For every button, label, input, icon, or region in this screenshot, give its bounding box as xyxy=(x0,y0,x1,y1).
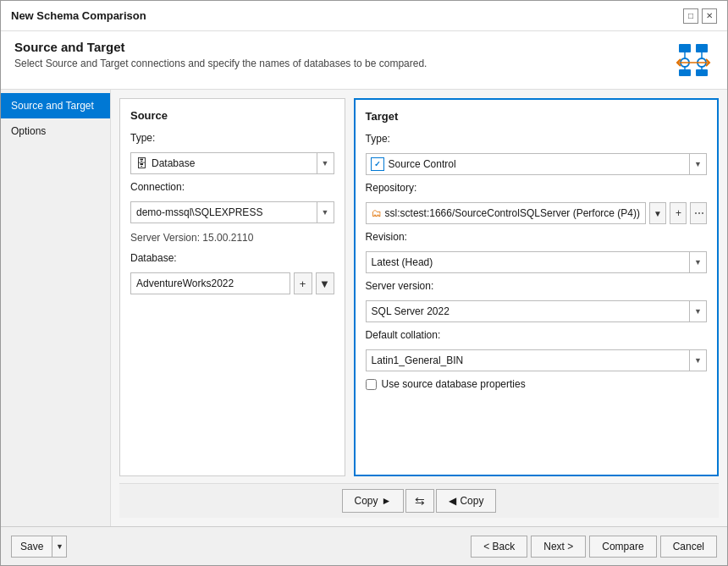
save-button-group: Save ▼ xyxy=(11,536,67,558)
source-database-dropdown-button[interactable]: ▼ xyxy=(316,272,334,294)
target-server-version-value: SQL Server 2022 xyxy=(367,305,689,317)
use-source-db-label[interactable]: Use source database properties xyxy=(382,378,526,390)
source-connection-dropdown-arrow: ▼ xyxy=(317,202,334,223)
main-content: Source and Target Options Source Type: 🗄… xyxy=(1,90,727,526)
save-button[interactable]: Save xyxy=(11,536,52,558)
source-panel-title: Source xyxy=(130,109,334,122)
target-revision-label: Revision: xyxy=(366,231,707,243)
svg-rect-0 xyxy=(679,44,691,52)
header-title: Source and Target xyxy=(14,40,673,54)
source-type-label: Type: xyxy=(130,132,334,144)
source-database-row: + ▼ xyxy=(130,272,334,294)
source-server-version: Server Version: 15.00.2110 xyxy=(130,230,334,245)
target-panel-title: Target xyxy=(366,110,707,123)
target-revision-dropdown-arrow: ▼ xyxy=(689,252,706,272)
target-server-version-label: Server version: xyxy=(366,280,707,292)
copy-right-button[interactable]: ◀ Copy xyxy=(436,489,496,513)
source-panel: Source Type: 🗄 Database ▼ Connection: de… xyxy=(119,98,345,476)
next-button[interactable]: Next > xyxy=(531,536,586,558)
footer: Save ▼ < Back Next > Compare Cancel xyxy=(1,526,727,565)
svg-rect-1 xyxy=(696,44,708,52)
target-revision-value: Latest (Head) xyxy=(367,256,689,268)
source-type-value: Database xyxy=(152,157,317,169)
copy-left-button[interactable]: Copy ► xyxy=(342,489,405,513)
target-repository-row: 🗂 ssl:sctest:1666/SourceControlSQLServer… xyxy=(366,202,707,224)
panels-row: Source Type: 🗄 Database ▼ Connection: de… xyxy=(119,98,719,476)
copy-left-arrow-icon: ► xyxy=(382,495,392,507)
source-connection-select[interactable]: demo-mssql\SQLEXPRESS ▼ xyxy=(130,201,334,223)
target-server-version-dropdown-arrow: ▼ xyxy=(689,301,706,321)
target-type-label: Type: xyxy=(366,133,707,145)
source-database-input[interactable] xyxy=(130,272,290,294)
cancel-button[interactable]: Cancel xyxy=(660,536,717,558)
target-type-value: Source Control xyxy=(389,158,689,170)
swap-button[interactable]: ⇆ xyxy=(405,489,434,513)
copy-right-group: ◀ Copy xyxy=(436,489,496,513)
minimize-button[interactable]: □ xyxy=(683,8,698,24)
header-text-block: Source and Target Select Source and Targ… xyxy=(14,40,673,69)
sidebar-item-options[interactable]: Options xyxy=(1,118,110,144)
source-type-select[interactable]: 🗄 Database ▼ xyxy=(130,152,334,174)
header-description: Select Source and Target connections and… xyxy=(14,58,673,69)
target-repository-dropdown-button[interactable]: ▼ xyxy=(649,202,666,224)
target-collation-label: Default collation: xyxy=(366,329,707,341)
copy-bar: Copy ► ⇆ ◀ Copy xyxy=(119,483,719,518)
target-type-select[interactable]: ✓ Source Control ▼ xyxy=(366,153,707,175)
source-database-label: Database: xyxy=(130,252,334,264)
svg-rect-5 xyxy=(696,69,708,76)
save-dropdown-button[interactable]: ▼ xyxy=(52,536,67,558)
target-checkbox-row: Use source database properties xyxy=(366,378,707,390)
source-connection-label: Connection: xyxy=(130,181,334,193)
target-repository-add-button[interactable]: + xyxy=(670,202,687,224)
source-database-add-button[interactable]: + xyxy=(294,272,312,294)
sidebar: Source and Target Options xyxy=(1,90,111,526)
compare-button[interactable]: Compare xyxy=(589,536,656,558)
target-collation-value: Latin1_General_BIN xyxy=(367,354,689,366)
target-collation-select[interactable]: Latin1_General_BIN ▼ xyxy=(366,349,707,371)
target-collation-dropdown-arrow: ▼ xyxy=(689,350,706,371)
source-control-icon: ✓ xyxy=(371,157,384,171)
footer-right: < Back Next > Compare Cancel xyxy=(471,536,717,558)
use-source-db-checkbox[interactable] xyxy=(366,379,377,390)
database-icon: 🗄 xyxy=(135,157,147,170)
footer-left: Save ▼ xyxy=(11,536,67,558)
copy-left-group: Copy ► xyxy=(342,489,405,513)
back-button[interactable]: < Back xyxy=(471,536,527,558)
source-type-dropdown-arrow: ▼ xyxy=(317,153,334,173)
sidebar-item-source-and-target[interactable]: Source and Target xyxy=(1,93,110,118)
target-repository-more-button[interactable]: ⋯ xyxy=(690,202,707,224)
target-revision-select[interactable]: Latest (Head) ▼ xyxy=(366,251,707,273)
title-bar-controls: □ ✕ xyxy=(683,8,717,24)
dialog: New Schema Comparison □ ✕ Source and Tar… xyxy=(0,0,728,566)
target-panel: Target Type: ✓ Source Control ▼ Reposito… xyxy=(354,98,719,476)
target-repository-label: Repository: xyxy=(366,182,707,194)
panels-area: Source Type: 🗄 Database ▼ Connection: de… xyxy=(111,90,727,526)
repo-icon: 🗂 xyxy=(372,207,382,219)
source-connection-value: demo-mssql\SQLEXPRESS xyxy=(131,206,317,218)
svg-rect-4 xyxy=(679,69,691,76)
dialog-title: New Schema Comparison xyxy=(11,9,146,22)
network-icon xyxy=(673,40,714,80)
copy-right-arrow-icon: ◀ xyxy=(449,495,456,507)
title-bar: New Schema Comparison □ ✕ xyxy=(1,1,727,31)
target-server-version-select[interactable]: SQL Server 2022 ▼ xyxy=(366,300,707,322)
header-section: Source and Target Select Source and Targ… xyxy=(1,31,727,90)
target-repository-value: 🗂 ssl:sctest:1666/SourceControlSQLServer… xyxy=(366,202,646,224)
target-type-dropdown-arrow: ▼ xyxy=(689,154,706,174)
close-button[interactable]: ✕ xyxy=(702,8,717,24)
